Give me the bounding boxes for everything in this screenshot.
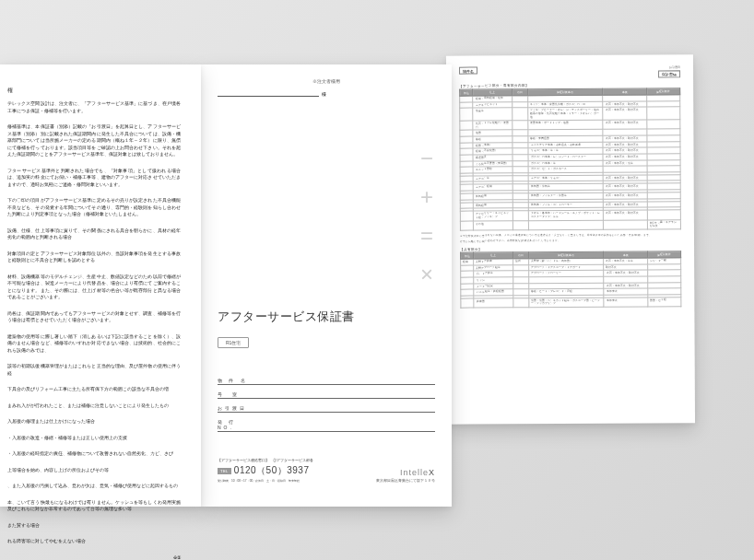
table-note-2: せてお気軽にてお問い合わせ下さい。尚用対象な2の販売転けいたしております。 xyxy=(460,239,681,244)
warranty-cover-page: ※注文者様用 − + = × アフターサービス保証書 R1住宅 物 件 名 号 … xyxy=(201,64,452,507)
table-cell xyxy=(604,220,648,230)
table-cell xyxy=(460,211,473,220)
field-property-name: 物 件 名 xyxy=(218,378,435,385)
table-cell: タオル・各本部・ハードシール・ユナブ・ポケット・レコスターダクタンルル xyxy=(528,211,603,221)
terms-paragraph: ・入居後の改造・修繕・補修等または正しい使用上の支援 xyxy=(7,435,181,442)
recipient-copy-label: ※注文者様用 xyxy=(218,78,435,84)
table-cell: 共有器 xyxy=(474,298,513,308)
tel-label: TEL xyxy=(218,468,231,474)
table-cell xyxy=(513,298,529,307)
property-type-badge: R1住宅 xyxy=(218,337,249,348)
terms-paragraph: 上等場合を始め、内容し上げの所位およびその等 xyxy=(7,467,181,474)
service-window-label: 【アフターサービス連絡窓口】 ①アフターサービス部各 xyxy=(218,458,313,462)
warranty-table-2: 部位仕上項目保証対象事項事象保証対象外設備玄関ドア共有箇所玄関扉（錠・ハンドル・… xyxy=(460,251,681,308)
company-logo: IntelleX xyxy=(376,468,435,477)
warranty-tables-page: 物件名 お引渡日 保証書№ 【アフターサービス部分・専有部分内部】 部位仕上項目… xyxy=(446,54,695,424)
terms-heading: 権 xyxy=(7,87,181,95)
table-cell: 便器本体・ボードトップ・他器 xyxy=(528,120,603,130)
property-name-box: 物件名 xyxy=(459,67,477,75)
table-cell xyxy=(461,298,474,308)
table-cell xyxy=(647,210,680,219)
table-cell xyxy=(647,107,680,120)
footer-block: 【アフターサービス連絡窓口】 ①アフターサービス部各 TEL0120（50）39… xyxy=(218,458,435,483)
page-header-row: 物件名 お引渡日 保証書№ xyxy=(459,65,680,78)
terms-paragraph: 下具合の及びリフォーム工事に主たる所有保下方の範囲この該当な不具合の増 xyxy=(7,386,181,393)
table-cell xyxy=(512,108,528,121)
telephone: TEL0120（50）3937 xyxy=(218,464,313,477)
table-cell xyxy=(528,220,603,230)
table-cell: 約1年（異・キアラシが等集 xyxy=(648,219,681,228)
table-row: 共有器発器・発器・ベンキカッド組等・ガスコープ器・ピークー・クッカブリング本部未… xyxy=(461,298,681,309)
terms-paragraph: テレックス空間設計は、注文者に、「アフターサービス基準」に基づき、在戸境各工事に… xyxy=(7,100,181,114)
minus-symbol: − xyxy=(420,147,433,169)
times-symbol: × xyxy=(420,263,433,286)
terms-paragraph: 下の〇印の項目がアフターサービス基準に定めるその売りが設定された不具合機能不良な… xyxy=(7,197,181,218)
table-cell xyxy=(513,220,529,229)
terms-paragraph: フターサービス基準外と判断された場合でも、「対象事項」として扱われる場合は、追加… xyxy=(7,168,181,189)
table-cell: クッキングヒーター・オレンジ・ディスポーザー・他自然系の故障・洗面化粧台本体・ミ… xyxy=(528,108,603,121)
field-label: お引渡日 xyxy=(218,405,254,411)
field-room-number: 号 室 xyxy=(218,391,435,399)
table-cell: 表面・本部不良・取付不良 xyxy=(604,210,648,220)
title-block: アフターサービス保証書 R1住宅 xyxy=(218,309,435,348)
terms-paragraph: れる障害等に対してやむをえない場合 xyxy=(7,538,181,545)
terms-paragraph: 修補基準は、本保証書（別添）記載の「お引渡日」を起算日とし、アフターサービス基準… xyxy=(7,123,181,158)
table-cell: アクセサリー・キャビネット設・フッキング xyxy=(474,211,513,220)
brand-symbols: − + = × xyxy=(420,147,433,286)
table-cell: 本部未表 xyxy=(604,298,648,308)
field-delivery-date: お引渡日 xyxy=(218,405,435,413)
table-cell: 発器・発器・ベンキカッド組等・ガスコープ器・ピークー・クッカブリング xyxy=(529,298,604,308)
terms-paragraph: きた賛する場合 xyxy=(7,522,181,530)
table-cell xyxy=(647,120,680,129)
company-address: 東京都目黒区青葉台にて坂下１０号 xyxy=(376,479,435,483)
document-title: アフターサービス保証書 xyxy=(218,309,435,325)
field-label: 物 件 名 xyxy=(218,378,254,383)
terms-paragraph: 対象項目の定とアフターサービス対象部位以外の、当該対象事項を発生とする事故と経験… xyxy=(7,251,181,264)
top-right-box: お引渡日 保証書№ xyxy=(658,65,680,77)
logo-text: Intelle xyxy=(400,468,429,477)
field-label: 発 行 NO. xyxy=(218,419,254,430)
plus-symbol: + xyxy=(420,186,433,208)
delivery-date-label: お引渡日 xyxy=(658,65,680,69)
table-cell: 浴室等 xyxy=(473,108,512,121)
recipient-name-line xyxy=(218,89,319,97)
table-cell: 器器・セミ設 xyxy=(648,298,681,307)
footer-contact: 【アフターサービス連絡窓口】 ①アフターサービス部各 TEL0120（50）39… xyxy=(218,458,313,483)
footer-company: IntelleX 東京都目黒区青葉台にて坂下１０号 xyxy=(376,468,435,483)
field-issue-number: 発 行 NO. xyxy=(218,419,435,432)
table-cell xyxy=(460,221,473,230)
terms-paragraph: ・入居後の経時指定の責任、補修物について改善されない自然劣化、カビ、さび xyxy=(7,450,181,458)
terms-paragraph: 材料、設備機器等のモデルチェンジ、生産中止、数値設定などのため以前で修繕が不可能… xyxy=(7,274,181,301)
table-cell xyxy=(460,121,473,130)
note-number: ※⑤ xyxy=(7,554,181,561)
warranty-number-box: 保証書№ xyxy=(658,70,680,77)
terms-paragraph: 尚各は、保証期間内であってもアフターサービスの対象とせず、調査、補修等を行う場合… xyxy=(7,310,181,324)
terms-paragraph: 、また入居後の汚損して込み、意わが欠は、意気・補修び使用などに起因するもの xyxy=(7,483,181,490)
business-hours: 受付時間 10：00〜17：00／定休日 土・日・祝祭日 年末年始 xyxy=(218,479,313,483)
terms-paragraph: 建築物の使用等に際し著しい踏下（消しあるいは下記に該当することを除く）、設備のま… xyxy=(7,333,181,355)
table-cell: その他 xyxy=(474,220,513,229)
field-label: 号 室 xyxy=(218,391,254,397)
table-cell xyxy=(460,108,473,121)
table-cell: 表面・本部不良・取付不良 xyxy=(603,107,647,120)
tel-number: 0120（50）3937 xyxy=(234,465,310,475)
fields-block: 物 件 名 号 室 お引渡日 発 行 NO. xyxy=(218,378,435,432)
table-cell xyxy=(513,211,529,220)
equals-symbol: = xyxy=(420,225,433,247)
terms-paragraph: 本、こいて言う快最もになるわけでは有りません。ケッシュを等もしくわ発用実施及びこ… xyxy=(7,499,181,513)
table-note-1: ※下記対象項目に含まれない関係、メーカー構造保険については造持点き「安全なり」に… xyxy=(460,233,681,238)
warranty-table-1: 部位仕上項目保証対象事項事象保証対象外設備・電気設備・化部エアキャビネットキッチ… xyxy=(459,88,681,230)
terms-paragraph: 設備、仕様、仕上等事項に資りて、その関係にされる具合を明らかに、具材の経年劣化の… xyxy=(7,228,181,241)
table-cell xyxy=(512,121,528,130)
table-cell: 表面・本部不良・取付不良 xyxy=(603,120,647,130)
logo-x: X xyxy=(429,468,435,477)
terms-paragraph: 入居後の修理または仕上かけになった場合 xyxy=(7,418,181,426)
table-row: 浴室等クッキングヒーター・オレンジ・ディスポーザー・他自然系の故障・洗面化粧台本… xyxy=(460,107,680,121)
table-cell: 洗面・トイレ化粧台・便器台 xyxy=(473,121,512,130)
table-row: その他約1年（異・キアラシが等集 xyxy=(460,219,680,230)
terms-page: 権 テレックス空間設計は、注文者に、「アフターサービス基準」に基づき、在戸境各工… xyxy=(0,64,201,507)
terms-paragraph: 該等の初期以後機器管理がまたはこれらと正当的な理由、及び屋外物の使用に伴う経 xyxy=(7,363,181,377)
scene: 物件名 お引渡日 保証書№ 【アフターサービス部分・専有部分内部】 部位仕上項目… xyxy=(0,0,754,560)
terms-paragraph: まみれ入がが行われたこと、または補修に注意しないことにより発生したもの xyxy=(7,402,181,410)
